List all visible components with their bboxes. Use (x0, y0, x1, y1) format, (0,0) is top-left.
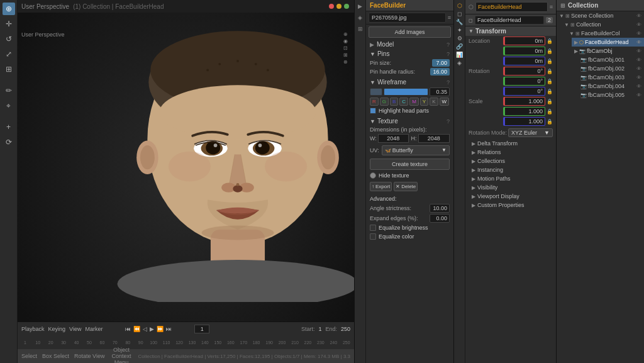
fb-image-name[interactable]: P2670559.jpg (369, 13, 446, 23)
fb-pins-header[interactable]: ▼ Pins ? (366, 49, 453, 59)
outline-item-fbcol[interactable]: ▼ ⊞ FaceBuilderCol 👁 (567, 29, 644, 38)
fb-pin-radius-val[interactable]: 16.00 (430, 68, 450, 75)
pose-tool[interactable]: ⟳ (3, 136, 15, 148)
prop-collections[interactable]: ▶ Collections (465, 157, 556, 165)
prop-viewport-display[interactable]: ▶ Viewport Display (465, 192, 556, 201)
jump-start-btn[interactable]: ⏮ (125, 326, 131, 332)
annotate-tool[interactable]: ✏ (3, 84, 15, 97)
fb-angle-val[interactable]: 10.00 (430, 204, 450, 213)
outline-vis-003[interactable]: 👁 (636, 75, 641, 81)
fb-hide-texture-circle[interactable] (370, 172, 376, 179)
prop-instancing[interactable]: ▶ Instancing (465, 165, 556, 174)
rgb-b-btn[interactable]: B (390, 98, 398, 106)
next-keyframe-btn[interactable]: ⏩ (157, 326, 164, 332)
outline-item-fbhead[interactable]: ▶ ⬡ FaceBuilderHead 👁 (572, 38, 644, 47)
fb-uv-select[interactable]: 🦋Butterfly ▼ (382, 145, 450, 155)
outline-item-fbcam003[interactable]: 📷 fbCamObj.003 👁 (577, 73, 644, 82)
rgb-k-btn[interactable]: K (430, 98, 438, 106)
fb-eq-color-checkbox[interactable] (370, 233, 376, 240)
prop-object-name[interactable]: FaceBuilderHead (475, 2, 548, 12)
fb-texture-header[interactable]: ▼ Texture ? (366, 116, 453, 126)
prev-keyframe-btn[interactable]: ⏪ (133, 326, 140, 332)
fb-wireframe-help[interactable]: ? (447, 79, 450, 86)
rgb-c-btn[interactable]: C (399, 98, 408, 106)
marker-menu[interactable]: Marker (85, 326, 103, 332)
scale-tool[interactable]: ⤢ (3, 48, 15, 60)
prop-scale-z[interactable]: 1.000 (503, 117, 545, 126)
outline-vis-002[interactable]: 👁 (636, 66, 641, 72)
playback-menu[interactable]: Playback (21, 326, 45, 332)
fb-wireframe-val[interactable]: 0.35 (430, 87, 450, 96)
fb-delete-btn[interactable]: ✕Delete (394, 182, 418, 191)
prop-scale-x[interactable]: 1.000 (503, 97, 545, 106)
fb-color-swatch-blue[interactable] (384, 88, 428, 96)
fb-color-swatch-left[interactable] (370, 88, 382, 96)
prop-icon-data[interactable]: 📊 (456, 52, 463, 58)
outline-item-fbcam005[interactable]: 📷 fbCamObj.005 👁 (577, 91, 644, 99)
prop-delta-transform[interactable]: ▶ Delta Transform (465, 139, 556, 148)
fb-pin-size-val[interactable]: 7.00 (432, 59, 450, 67)
fb-icon-2[interactable]: ◈ (355, 13, 365, 23)
outline-vis-001[interactable]: 👁 (636, 57, 641, 63)
fb-texture-help[interactable]: ? (447, 118, 450, 125)
prop-visibility[interactable]: ▶ Visibility (465, 183, 556, 192)
rgb-w-btn[interactable]: W (440, 98, 450, 106)
fb-model-row[interactable]: ▶ Model ? (366, 40, 453, 49)
play-reverse-btn[interactable]: ◁ (143, 326, 147, 332)
jump-end-btn[interactable]: ⏭ (166, 326, 172, 332)
rgb-m-btn[interactable]: M (409, 98, 419, 106)
outline-item-collection[interactable]: ▼ ⊞ Collection 👁 (562, 20, 644, 29)
frame-counter[interactable]: 1 (194, 325, 209, 333)
prop-icon-modifier[interactable]: 🔧 (456, 19, 463, 25)
cursor-tool[interactable]: ⊕ (3, 3, 15, 15)
rgb-r-btn[interactable]: R (370, 98, 379, 106)
prop-location-x[interactable]: 0m (503, 36, 545, 45)
prop-location-z[interactable]: 0m (503, 57, 545, 65)
outline-item-fbcam004[interactable]: 📷 fbCamObj.004 👁 (577, 82, 644, 91)
fb-eq-brightness-checkbox[interactable] (370, 225, 376, 231)
viewport-3d[interactable]: ⊕ ◉ ⊡ ⊞ ⊗ User Perspective (18, 13, 354, 363)
keying-menu[interactable]: Keying (48, 326, 66, 332)
prop-rotation-x[interactable]: 0° (503, 67, 545, 75)
outline-vis-004[interactable]: 👁 (636, 84, 641, 89)
fb-export-btn[interactable]: ↑Export (370, 182, 392, 191)
fb-image-menu[interactable]: ≡ (448, 14, 451, 21)
play-btn[interactable]: ▶ (150, 326, 154, 332)
prop-scale-y[interactable]: 1.000 (503, 107, 545, 116)
prop-location-y[interactable]: 0m (503, 47, 545, 55)
prop-rotation-z[interactable]: 0° (503, 87, 545, 96)
rgb-y-btn[interactable]: Y (420, 98, 428, 106)
transform-tool[interactable]: ⊞ (3, 63, 15, 75)
prop-rot-mode-val[interactable]: XYZ Euler ▼ (508, 128, 553, 137)
measure-tool[interactable]: ⌖ (3, 99, 15, 112)
outline-item-fbcam[interactable]: ▶ 📷 fbCamObj 👁 (572, 47, 644, 55)
outline-vis-0[interactable]: 👁 (636, 13, 641, 19)
outline-vis-fbhead[interactable]: 👁 (636, 40, 641, 45)
prop-icon-constraints[interactable]: 🔗 (456, 43, 463, 50)
prop-custom-properties[interactable]: ▶ Custom Properties (465, 201, 556, 209)
prop-sub-name[interactable]: FaceBuilderHead (475, 16, 544, 25)
prop-relations[interactable]: ▶ Relations (465, 148, 556, 157)
view-menu[interactable]: View (69, 326, 81, 332)
fb-create-texture-btn[interactable]: Create texture (370, 159, 450, 170)
prop-menu-icon[interactable]: ≡ (550, 4, 553, 10)
fb-pins-help[interactable]: ? (447, 51, 450, 57)
start-val[interactable]: 1 (318, 326, 321, 332)
outline-item-scene-collection[interactable]: ▼ ⊞ Scene Collection 👁 (557, 11, 644, 20)
move-tool[interactable]: ✛ (3, 18, 15, 30)
fb-expand-val[interactable]: 0.00 (430, 214, 450, 223)
outline-item-fbcam002[interactable]: 📷 fbCamObj.002 👁 (577, 64, 644, 73)
outline-vis-1[interactable]: 👁 (636, 22, 641, 28)
prop-transform-header[interactable]: ▼ Transform (465, 26, 556, 36)
prop-icon-physics[interactable]: ⚙ (457, 35, 462, 42)
fb-model-help[interactable]: ? (447, 42, 450, 48)
fb-wireframe-header[interactable]: ▼ Wireframe ? (366, 77, 453, 87)
outline-vis-fbcam[interactable]: 👁 (636, 48, 641, 54)
fb-height-val[interactable]: 2048 (418, 134, 450, 143)
end-val[interactable]: 250 (341, 326, 350, 332)
prop-motion-paths[interactable]: ▶ Motion Paths (465, 174, 556, 183)
prop-icon-material[interactable]: ◈ (457, 60, 462, 66)
prop-icon-object[interactable]: ◻ (457, 11, 462, 17)
prop-icon-particles[interactable]: ✦ (457, 27, 462, 33)
outline-vis-2[interactable]: 👁 (636, 31, 641, 36)
